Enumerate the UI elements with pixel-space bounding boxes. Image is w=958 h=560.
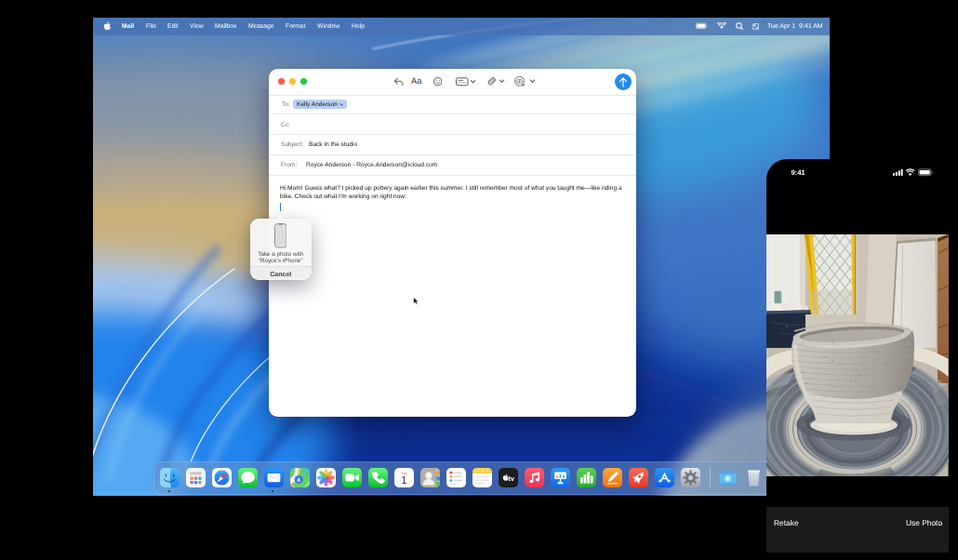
svg-text:tv: tv <box>508 474 515 483</box>
svg-text:Tue: Tue <box>401 472 406 475</box>
svg-text:1: 1 <box>401 475 406 487</box>
